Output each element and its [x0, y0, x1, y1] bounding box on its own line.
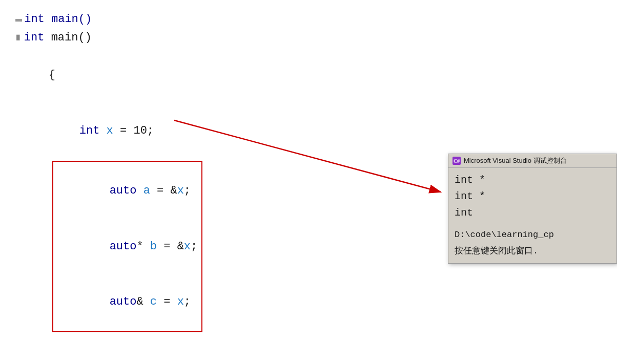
- code-area: ▬int main() ∎int main() { int x = 10; au…: [0, 0, 617, 364]
- line-auto-a: auto a = &x;: [55, 163, 197, 219]
- console-titlebar: C# Microsoft Visual Studio 调试控制台: [448, 154, 616, 168]
- keyword-int: int main(): [24, 10, 92, 29]
- open-brace-line: {: [15, 48, 602, 103]
- console-title: Microsoft Visual Studio 调试控制台: [464, 156, 567, 165]
- line-int-x: int x = 10;: [15, 103, 602, 159]
- console-output-3: int: [455, 205, 610, 221]
- console-output-2: int *: [455, 188, 610, 205]
- console-popup: C# Microsoft Visual Studio 调试控制台 int * i…: [448, 154, 617, 264]
- console-close-msg: 按任意键关闭此窗口.: [455, 246, 538, 256]
- console-output-1: int *: [455, 172, 610, 188]
- console-path: D:\code\learning_cp: [455, 230, 554, 240]
- line-auto-c: auto& c = x;: [55, 274, 197, 330]
- line-cout-a: cout << typeid(a).name() << endl;: [15, 353, 602, 364]
- vs-icon: C#: [453, 157, 461, 165]
- kw-int: int: [24, 29, 45, 47]
- code-line-signature: ▬int main(): [15, 10, 602, 29]
- line-auto-b: auto* b = &x;: [55, 219, 197, 274]
- console-body: int * int * int D:\code\learning_cp 按任意键…: [448, 168, 616, 263]
